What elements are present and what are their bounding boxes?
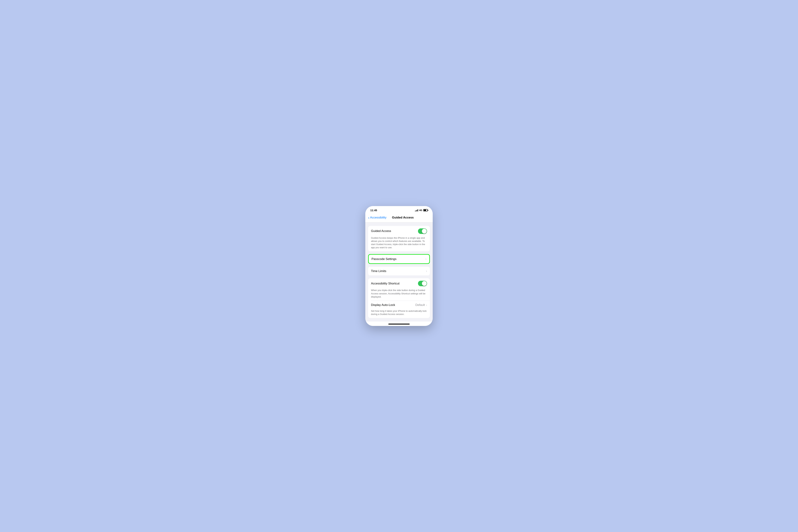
network-type: 4G [419, 209, 422, 212]
passcode-settings-section[interactable]: Passcode Settings › [368, 254, 430, 264]
passcode-settings-label: Passcode Settings [372, 257, 397, 261]
home-indicator [365, 322, 433, 326]
time-limits-label: Time Limits [371, 269, 386, 273]
time-limits-section[interactable]: Time Limits › [368, 267, 430, 276]
signal-bar-1 [415, 211, 416, 211]
settings-content: Guided Access Guided Access keeps the iP… [365, 222, 433, 322]
display-auto-lock-label: Display Auto-Lock [371, 303, 395, 307]
guided-access-description: Guided Access keeps the iPhone in a sing… [368, 236, 430, 251]
nav-bar: ‹ Accessibility Guided Access [365, 214, 433, 222]
accessibility-shortcut-description: When you triple-click the side button du… [368, 289, 430, 301]
chevron-right-icon: › [426, 269, 427, 273]
guided-access-label: Guided Access [371, 229, 391, 233]
status-bar: 11:45 4G [365, 206, 433, 214]
home-bar [388, 324, 410, 324]
signal-bar-3 [417, 210, 417, 211]
accessibility-shortcut-toggle[interactable] [418, 281, 427, 286]
signal-bar-4 [418, 209, 418, 211]
display-auto-lock-description: Set how long it takes your iPhone to aut… [368, 309, 430, 318]
guided-access-toggle[interactable] [418, 228, 427, 234]
passcode-settings-row[interactable]: Passcode Settings › [369, 255, 429, 263]
accessibility-shortcut-label: Accessibility Shortcut [371, 282, 400, 285]
status-time: 11:45 [370, 209, 377, 212]
display-auto-lock-row[interactable]: Display Auto-Lock Default › [368, 301, 430, 309]
accessibility-shortcut-row: Accessibility Shortcut [368, 278, 430, 289]
accessibility-shortcut-section: Accessibility Shortcut When you triple-c… [368, 278, 430, 318]
battery-icon [423, 209, 428, 211]
guided-access-section: Guided Access Guided Access keeps the iP… [368, 226, 430, 251]
toggle-knob [422, 229, 427, 233]
time-limits-row[interactable]: Time Limits › [368, 267, 430, 276]
battery-fill [424, 210, 426, 211]
signal-icon [415, 209, 418, 211]
back-chevron-icon: ‹ [368, 216, 369, 220]
chevron-right-icon: › [425, 257, 426, 261]
status-icons: 4G [415, 209, 428, 212]
phone-frame: 11:45 4G ‹ Accessibility Guided Access [365, 206, 433, 326]
page-title: Guided Access [376, 216, 430, 220]
signal-bar-2 [416, 210, 416, 211]
toggle-knob [422, 281, 427, 286]
chevron-right-icon: › [426, 303, 427, 307]
guided-access-row: Guided Access [368, 226, 430, 236]
display-auto-lock-value-group: Default › [415, 303, 427, 307]
display-auto-lock-value: Default [415, 303, 425, 307]
